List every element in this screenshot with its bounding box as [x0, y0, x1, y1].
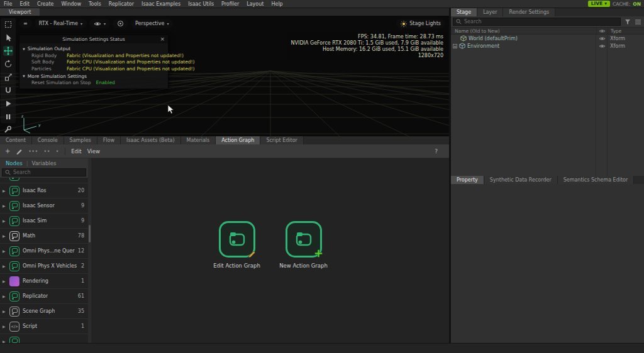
menu-help[interactable]: Help	[267, 1, 286, 7]
node-category-row-partial[interactable]: ▶	[0, 178, 88, 183]
chevron-right-icon[interactable]: ▶	[3, 249, 6, 253]
stage-tree[interactable]: World (defaultPrim) Xform + Environment	[451, 35, 644, 176]
node-category-row[interactable]: ▶ Math 78	[0, 229, 88, 244]
node-category-row[interactable]: ▶ Omni Phys X Vehicles 2	[0, 259, 88, 274]
region-select-icon[interactable]	[3, 19, 13, 30]
wrench-icon[interactable]	[3, 125, 12, 134]
select-icon[interactable]	[3, 33, 13, 43]
menu-file[interactable]: File	[0, 1, 16, 7]
chevron-right-icon[interactable]: ▶	[3, 294, 6, 298]
stage-row-world[interactable]: World (defaultPrim) Xform	[451, 35, 644, 42]
subtab-nodes[interactable]: Nodes	[6, 160, 23, 166]
menu-tools[interactable]: Tools	[85, 1, 105, 7]
options-dots-icon[interactable]: •••	[28, 149, 38, 154]
graph-view-menu[interactable]: View	[87, 148, 100, 155]
node-category-row[interactable]: ▶ Omni Phys...ne Queries 12	[0, 244, 88, 259]
bottom-tabs: Content Console Samples Flow Isaac Asset…	[0, 136, 449, 144]
node-category-row[interactable]: ▶ Isaac Sensor 9	[0, 198, 88, 214]
action-graph-canvas[interactable]: Edit Action Graph	[91, 158, 449, 343]
help-button[interactable]: ?	[435, 148, 444, 155]
rotate-icon[interactable]	[3, 59, 13, 69]
expand-icon[interactable]: +	[453, 44, 457, 48]
stage-options-icon[interactable]	[634, 19, 642, 24]
node-search-input[interactable]: Search	[2, 168, 86, 176]
tab-samples[interactable]: Samples	[64, 136, 97, 144]
scale-icon[interactable]	[3, 72, 13, 82]
new-action-graph-button[interactable]: New Action Graph	[275, 221, 332, 269]
viewport-3d[interactable]: ≡ RTX - Real-Time ▾ ▾ Perspective ▾	[0, 16, 449, 136]
eye-icon[interactable]	[596, 36, 608, 41]
chevron-down-icon: ▾	[80, 21, 82, 26]
chevron-right-icon[interactable]: ▶	[3, 279, 6, 283]
node-category-row[interactable]: ▶ Script 1	[0, 319, 88, 334]
visibility-button[interactable]: ▾	[89, 19, 110, 28]
edit-action-graph-button[interactable]: Edit Action Graph	[209, 221, 265, 269]
stage-lights-button[interactable]: Stage Lights	[396, 19, 445, 28]
play-icon[interactable]	[3, 99, 13, 109]
live-dropdown-icon[interactable]: ▾	[604, 1, 607, 6]
tab-synthetic-data-recorder[interactable]: Synthetic Data Recorder	[484, 176, 558, 184]
node-category-row[interactable]: ▶ Isaac Ros 20	[0, 183, 88, 198]
filter-icon[interactable]	[623, 19, 631, 25]
camera-dropdown[interactable]: Perspective ▾	[131, 19, 173, 28]
pause-icon[interactable]	[3, 112, 13, 122]
tab-layer[interactable]: Layer	[477, 8, 503, 16]
column-name-header[interactable]: Name (Old to New)	[451, 28, 596, 34]
chevron-right-icon[interactable]: ▶	[3, 204, 6, 208]
tab-console[interactable]: Console	[32, 136, 64, 144]
menu-edit[interactable]: Edit	[16, 1, 33, 7]
list-scrollbar[interactable]	[89, 225, 91, 242]
node-category-row[interactable]: ▶ Replicator 61	[0, 289, 88, 304]
tab-materials[interactable]: Materials	[181, 136, 216, 144]
node-category-row[interactable]: ▶ Scene Graph 35	[0, 304, 88, 319]
sim-section-more[interactable]: ▼ More Simulation Settings	[19, 72, 168, 80]
capture-button[interactable]	[113, 19, 128, 28]
stage-row-environment[interactable]: + Environment Xform	[451, 42, 644, 50]
menu-isaac-examples[interactable]: Isaac Examples	[138, 1, 184, 7]
snap-icon[interactable]	[3, 85, 13, 95]
options-dots-icon[interactable]: •	[56, 149, 59, 154]
subtab-variables[interactable]: Variables	[32, 160, 57, 166]
new-graph-icon[interactable]: +	[5, 148, 10, 155]
viewport-menu-button[interactable]: ≡	[19, 19, 32, 28]
tab-render-settings[interactable]: Render Settings	[503, 8, 555, 16]
tab-semantics-schema-editor[interactable]: Semantics Schema Editor	[558, 176, 635, 184]
chevron-right-icon[interactable]: ▶	[3, 324, 6, 329]
chevron-right-icon[interactable]: ▶	[3, 188, 6, 193]
chevron-right-icon[interactable]: ▶	[3, 219, 6, 223]
node-category-row[interactable]: ▶ Isaac Sim 9	[0, 214, 88, 229]
column-type-header[interactable]: Type	[608, 28, 644, 34]
menu-create[interactable]: Create	[33, 1, 58, 7]
edit-graph-icon[interactable]	[16, 148, 23, 155]
sim-panel-titlebar[interactable]: Simulation Settings Status ×	[19, 35, 168, 43]
tab-stage[interactable]: Stage	[451, 8, 477, 16]
chevron-right-icon[interactable]: ▶	[3, 264, 6, 268]
tab-content[interactable]: Content	[0, 136, 32, 144]
tab-viewport[interactable]: Viewport	[0, 8, 40, 16]
chevron-right-icon[interactable]: ▶	[3, 309, 6, 313]
tab-property[interactable]: Property	[451, 176, 484, 184]
menu-replicator[interactable]: Replicator	[105, 1, 138, 7]
chevron-right-icon[interactable]: ▶	[3, 234, 6, 238]
tab-action-graph[interactable]: Action Graph	[216, 136, 260, 144]
node-category-list[interactable]: ▶ ▶ Isaac Ros 20 ▶ Isaac Sensor 9	[0, 178, 88, 343]
renderer-dropdown[interactable]: RTX - Real-Time ▾	[35, 19, 87, 28]
tab-isaac-assets[interactable]: Isaac Assets (Beta)	[121, 136, 181, 144]
tab-script-editor[interactable]: Script Editor	[260, 136, 303, 144]
live-button[interactable]: LIVE ▾	[588, 1, 610, 7]
eye-icon[interactable]	[596, 44, 608, 48]
close-icon[interactable]: ×	[160, 35, 165, 43]
menu-layout[interactable]: Layout	[243, 1, 267, 7]
move-icon[interactable]	[3, 46, 13, 56]
visibility-column-header[interactable]	[596, 28, 608, 34]
sim-section-output[interactable]: ▼ Simulation Output	[19, 45, 168, 52]
node-category-row-partial[interactable]: ▶	[0, 334, 88, 343]
menu-isaac-utils[interactable]: Isaac Utils	[184, 1, 218, 7]
options-dots-icon[interactable]: ••	[44, 149, 50, 154]
node-category-row[interactable]: ▶ Rendering 1	[0, 274, 88, 289]
tab-flow[interactable]: Flow	[97, 136, 121, 144]
menu-profiler[interactable]: Profiler	[218, 1, 243, 7]
menu-window[interactable]: Window	[57, 1, 85, 7]
stage-search-input[interactable]: Search	[453, 18, 621, 26]
graph-edit-menu[interactable]: Edit	[71, 148, 81, 155]
